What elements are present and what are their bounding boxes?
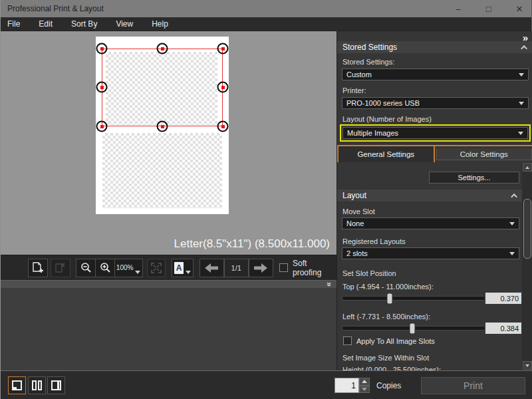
preview-toolbar: 100% A 1/1 Soft proofing (1, 255, 336, 280)
menu-sort-by[interactable]: Sort By (62, 17, 106, 31)
previous-page-button[interactable] (200, 259, 224, 277)
delete-page-icon (55, 262, 66, 274)
paper-page (96, 37, 229, 214)
menu-edit[interactable]: Edit (29, 17, 62, 31)
set-image-size-label: Set Image Size Within Slot (342, 354, 429, 362)
copies-decrement-button[interactable] (359, 386, 370, 394)
split-view-icon (32, 380, 42, 390)
stored-settings-dropdown[interactable]: Custom (342, 68, 529, 80)
view-single-button[interactable] (8, 376, 26, 394)
image-slot-2[interactable] (102, 133, 222, 208)
collapse-film-strip-icon[interactable]: » (325, 282, 334, 286)
copies-label: Copies (376, 381, 401, 390)
resize-handle-bottom-left[interactable] (96, 121, 108, 132)
chevron-down-icon (135, 271, 140, 274)
resize-handle-mid-left[interactable] (96, 82, 108, 93)
add-page-icon (32, 262, 43, 274)
tab-general-settings[interactable]: General Settings (337, 146, 435, 162)
menu-help[interactable]: Help (142, 17, 178, 31)
left-value-box[interactable]: 0.384 (485, 323, 521, 334)
maximize-icon[interactable]: □ (482, 4, 495, 14)
window-controls: – □ ✕ (452, 0, 526, 17)
registered-layouts-value: 2 slots (346, 249, 368, 257)
resize-handle-bottom-center[interactable] (157, 121, 168, 132)
settings-button[interactable]: Settings... (429, 172, 519, 184)
zoom-out-button[interactable] (76, 259, 96, 277)
resize-handle-mid-right[interactable] (217, 82, 229, 93)
zoom-level-dropdown[interactable]: 100% (114, 259, 143, 277)
layout-section-header[interactable]: Layout (337, 190, 523, 201)
soft-proofing-label: Soft proofing (293, 259, 336, 277)
resize-handle-top-center[interactable] (157, 43, 168, 55)
resize-handle-top-left[interactable] (96, 43, 108, 55)
view-split-vertical-button[interactable] (47, 376, 65, 394)
left-slider-thumb[interactable] (409, 323, 415, 334)
soft-proofing-checkbox[interactable] (279, 263, 288, 272)
settings-panel: » Stored Settings Stored Settings: Custo… (336, 31, 532, 370)
menu-view[interactable]: View (106, 17, 142, 31)
printer-label: Printer: (342, 86, 366, 94)
pattern-print-button[interactable]: A (172, 259, 194, 277)
top-slider-thumb[interactable] (386, 293, 392, 304)
chevron-down-icon (186, 271, 191, 274)
menu-file[interactable]: File (1, 17, 29, 31)
stored-settings-label: Stored Settings: (342, 58, 394, 66)
page-indicator: 1/1 (224, 259, 249, 277)
zoom-level-value: 100% (116, 264, 134, 271)
chevron-up-icon (521, 45, 527, 51)
registered-layouts-label: Registered Layouts (342, 237, 406, 245)
panel-scrollbar[interactable] (522, 162, 532, 370)
copies-increment-button[interactable] (359, 378, 370, 386)
apply-all-slots-row: Apply To All Image Slots (343, 336, 435, 345)
view-split-horizontal-button[interactable] (28, 376, 46, 394)
next-page-button[interactable] (249, 259, 273, 277)
layout-images-highlight: Multiple Images (340, 124, 531, 142)
copies-input[interactable] (334, 378, 359, 393)
printer-dropdown[interactable]: PRO-1000 series USB (342, 97, 529, 109)
minimize-icon[interactable]: – (452, 4, 465, 14)
scroll-down-button[interactable] (523, 361, 532, 370)
top-value-box[interactable]: 0.370 (485, 293, 521, 304)
zoom-out-icon (80, 262, 92, 274)
slot-selection-rect[interactable] (102, 49, 223, 126)
arrow-left-icon (205, 263, 218, 273)
paper-size-label: Letter(8.5"x11") (8.500x11.000) (174, 237, 330, 251)
add-page-button[interactable] (28, 259, 48, 277)
title-bar: Professional Print & Layout – □ ✕ (1, 0, 531, 17)
top-slider[interactable] (342, 296, 485, 301)
zoom-in-icon (99, 262, 111, 274)
letter-a-page-icon: A (174, 262, 184, 274)
fit-to-window-icon (151, 263, 162, 273)
chevron-up-icon (511, 193, 517, 200)
registered-layouts-dropdown[interactable]: 2 slots (342, 247, 519, 259)
delete-page-button (51, 259, 70, 277)
left-slider-label: Left (-7.731 - 8.500inches): (342, 313, 430, 321)
split-right-view-icon (51, 380, 61, 390)
left-slider[interactable] (342, 326, 485, 331)
stored-settings-value: Custom (346, 70, 372, 78)
stored-settings-header[interactable]: Stored Settings (337, 41, 532, 53)
triangle-up-icon (362, 380, 367, 383)
film-strip-header[interactable]: » (1, 280, 336, 288)
stored-settings-header-label: Stored Settings (342, 43, 397, 52)
printer-value: PRO-1000 series USB (346, 99, 420, 107)
resize-handle-bottom-right[interactable] (217, 121, 229, 132)
triangle-down-icon (362, 388, 367, 391)
zoom-in-button[interactable] (95, 259, 115, 277)
close-icon[interactable]: ✕ (513, 4, 526, 14)
layout-images-label: Layout (Number of Images) (342, 115, 432, 123)
menu-bar: File Edit Sort By View Help (1, 17, 531, 31)
tab-color-settings[interactable]: Color Settings (436, 148, 532, 160)
layout-images-dropdown[interactable]: Multiple Images (342, 127, 528, 139)
scroll-up-button[interactable] (523, 163, 532, 172)
move-slot-label: Move Slot (342, 207, 375, 215)
preview-canvas[interactable]: Letter(8.5"x11") (8.500x11.000) (1, 31, 336, 255)
scrollbar-thumb[interactable] (523, 199, 531, 259)
window-title: Professional Print & Layout (1, 4, 104, 13)
move-slot-dropdown[interactable]: None (342, 217, 519, 229)
print-button[interactable]: Print (421, 377, 525, 394)
app-window: Professional Print & Layout – □ ✕ File E… (0, 0, 532, 399)
apply-all-slots-checkbox[interactable] (343, 336, 352, 345)
film-strip-area[interactable] (1, 288, 336, 370)
resize-handle-top-right[interactable] (217, 43, 229, 55)
